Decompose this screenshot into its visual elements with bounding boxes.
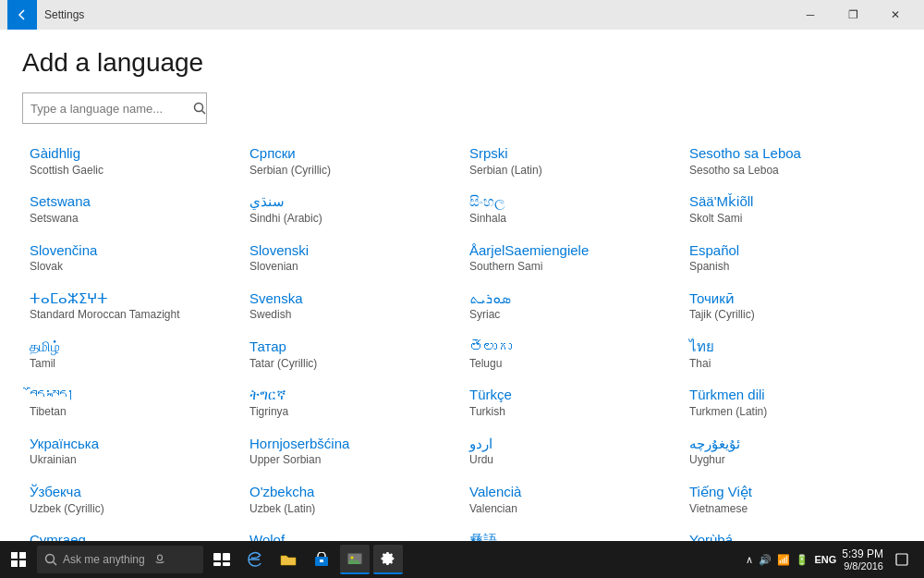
language-subtitle: Slovak: [30, 259, 235, 275]
list-item[interactable]: اردوUrdu: [462, 429, 682, 477]
list-item[interactable]: CymraegWelsh: [22, 525, 242, 541]
language-grid: GàidhligScottish GaelicСрпскиSerbian (Cy…: [22, 139, 902, 541]
battery-icon[interactable]: 🔋: [794, 554, 810, 566]
notifications-button[interactable]: [887, 545, 917, 574]
list-item[interactable]: SetswanaSetswana: [22, 187, 242, 235]
chevron-icon[interactable]: ∧: [744, 554, 755, 566]
list-item[interactable]: ئۇيغۇرچەUyghur: [682, 429, 902, 477]
language-subtitle: Vietnamese: [689, 501, 894, 517]
svg-rect-5: [19, 560, 26, 567]
list-item[interactable]: ТочикӣTajik (Cyrillic): [682, 284, 902, 332]
search-input[interactable]: [23, 96, 193, 121]
time-display: 5:39 PM: [842, 547, 883, 560]
photos-button[interactable]: [340, 545, 370, 574]
language-subtitle: Telugu: [469, 356, 675, 372]
language-name: Українська: [30, 435, 235, 453]
language-subtitle: Upper Sorbian: [249, 452, 455, 468]
list-item[interactable]: HornjoserbšćinaUpper Sorbian: [242, 429, 462, 477]
language-name: Srpski: [469, 144, 675, 163]
language-subtitle: Serbian (Cyrillic): [249, 163, 455, 178]
list-item[interactable]: ТатарTatar (Cyrillic): [242, 332, 462, 380]
language-subtitle: Spanish: [689, 259, 894, 275]
network-icon[interactable]: 📶: [775, 554, 792, 566]
store-button[interactable]: [307, 545, 336, 574]
title-bar: Settings ─ ❐ ✕: [0, 0, 924, 30]
list-item[interactable]: తెలుగుTelugu: [462, 332, 682, 380]
taskbar-left: Ask me anything: [4, 545, 403, 574]
list-item[interactable]: TürkçeTurkish: [462, 380, 682, 428]
language-subtitle: Thai: [689, 356, 894, 372]
list-item[interactable]: O'zbekchaUzbek (Latin): [242, 477, 462, 525]
svg-point-0: [195, 104, 203, 112]
list-item[interactable]: SvenskaSwedish: [242, 284, 462, 332]
task-view-button[interactable]: [207, 545, 237, 574]
list-item[interactable]: 彝語Yi: [462, 525, 682, 541]
settings-taskbar-button[interactable]: [373, 545, 403, 574]
list-item[interactable]: ÅarjelSaemiengieleSouthern Sami: [462, 236, 682, 284]
language-name: Español: [689, 241, 894, 260]
language-name: ไทย: [689, 338, 894, 356]
list-item[interactable]: தமிழ்Tamil: [22, 332, 242, 380]
list-item[interactable]: SlovenskiSlovenian: [242, 236, 462, 284]
close-button[interactable]: ✕: [874, 0, 917, 30]
list-item[interactable]: EspañolSpanish: [682, 236, 902, 284]
list-item[interactable]: ValenciàValencian: [462, 477, 682, 525]
language-name: Gàidhlig: [30, 144, 235, 163]
language-indicator[interactable]: ENG: [812, 554, 838, 565]
list-item[interactable]: ܣܘܪܝܬSyriac: [462, 284, 682, 332]
list-item[interactable]: Sää'MǩiõllSkolt Sami: [682, 187, 902, 235]
list-item[interactable]: ไทยThai: [682, 332, 902, 380]
list-item[interactable]: ⵜⴰⵎⴰⵣⵉⵖⵜStandard Moroccan Tamazight: [22, 284, 242, 332]
language-name: ÅarjelSaemiengiele: [469, 241, 675, 260]
language-name: Hornjoserbšćina: [249, 435, 455, 453]
list-item[interactable]: УкраїнськаUkrainian: [22, 429, 242, 477]
restore-button[interactable]: ❐: [832, 0, 874, 30]
list-item[interactable]: Tiếng ViệtVietnamese: [682, 477, 902, 525]
date-display: 9/8/2016: [842, 560, 883, 572]
language-name: ئۇيغۇرچە: [689, 435, 894, 453]
list-item[interactable]: SrpskiSerbian (Latin): [462, 139, 682, 187]
speaker-icon[interactable]: 🔊: [757, 554, 773, 566]
language-name: Svenska: [249, 289, 455, 308]
language-name: ܣܘܪܝܬ: [469, 289, 675, 308]
list-item[interactable]: ЎзбекчаUzbek (Cyrillic): [22, 477, 242, 525]
list-item[interactable]: GàidhligScottish Gaelic: [22, 139, 242, 187]
language-subtitle: Scottish Gaelic: [30, 163, 235, 178]
svg-rect-4: [11, 560, 18, 567]
svg-line-1: [202, 111, 206, 115]
language-subtitle: Swedish: [249, 307, 455, 323]
language-name: Wolof: [249, 531, 455, 541]
minimize-button[interactable]: ─: [789, 0, 832, 30]
window-title: Settings: [44, 8, 84, 21]
list-item[interactable]: سنڌيSindhi (Arabic): [242, 187, 462, 235]
language-subtitle: Uzbek (Cyrillic): [30, 501, 235, 517]
title-bar-left: Settings: [7, 0, 84, 30]
svg-rect-3: [19, 552, 26, 559]
svg-point-8: [157, 555, 162, 560]
language-subtitle: Skolt Sami: [689, 211, 894, 227]
search-box[interactable]: [22, 92, 207, 124]
language-subtitle: Slovenian: [249, 259, 455, 275]
search-icon-button[interactable]: [193, 93, 206, 123]
list-item[interactable]: Sesotho sa LeboaSesotho sa Leboa: [682, 139, 902, 187]
language-name: Tiếng Việt: [689, 483, 894, 501]
list-item[interactable]: YorùbáYoruba: [682, 525, 902, 541]
file-explorer-button[interactable]: [274, 545, 303, 574]
language-subtitle: Tamil: [30, 356, 235, 372]
start-button[interactable]: [4, 545, 33, 574]
edge-button[interactable]: [240, 545, 270, 574]
list-item[interactable]: བོད་སྐད།Tibetan: [22, 380, 242, 428]
taskbar: Ask me anything ∧ 🔊 📶: [0, 541, 924, 578]
list-item[interactable]: СрпскиSerbian (Cyrillic): [242, 139, 462, 187]
taskbar-search[interactable]: Ask me anything: [37, 546, 203, 573]
back-button[interactable]: [7, 0, 37, 30]
svg-rect-2: [11, 552, 18, 559]
language-subtitle: Sinhala: [469, 211, 675, 227]
taskbar-clock[interactable]: 5:39 PM 9/8/2016: [842, 547, 883, 572]
list-item[interactable]: WolofWolof: [242, 525, 462, 541]
svg-rect-12: [223, 562, 230, 566]
list-item[interactable]: ትግርኛTigrinya: [242, 380, 462, 428]
list-item[interactable]: SlovenčinaSlovak: [22, 236, 242, 284]
list-item[interactable]: සිංහලSinhala: [462, 187, 682, 235]
list-item[interactable]: Türkmen diliTurkmen (Latin): [682, 380, 902, 428]
